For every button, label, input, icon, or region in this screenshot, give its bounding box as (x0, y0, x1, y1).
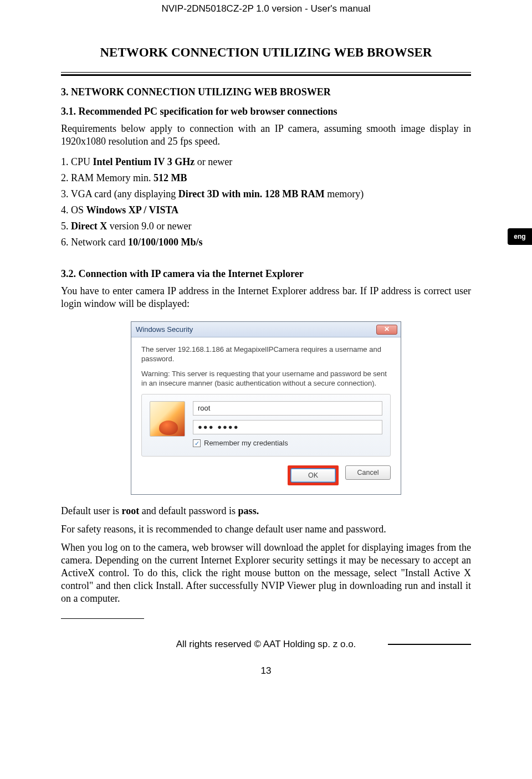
dialog-screenshot: Windows Security ✕ The server 192.168.1.… (131, 321, 401, 494)
spec-item: 2. RAM Memory min. 512 MB (61, 172, 471, 184)
spec-item: 4. OS Windows XP / VISTA (61, 204, 471, 217)
ok-highlight: OK (288, 465, 339, 485)
main-content: 3. NETWORK CONNECTION UTILIZING WEB BROS… (61, 86, 471, 605)
page-title: NETWORK CONNECTION UTILIZING WEB BROWSER (0, 45, 532, 60)
spec-text: 3. VGA card (any displaying (61, 188, 178, 199)
spec-bold: 10/100/1000 Mb/s (128, 237, 203, 248)
dialog-body: The server 192.168.1.186 at MegapixelIPC… (131, 337, 401, 494)
footer: All rights reserved © AAT Holding sp. z … (61, 639, 471, 650)
spec-item: 1. CPU Intel Pentium IV 3 GHz or newer (61, 156, 471, 168)
credentials-fields: root ●●● ●●●● ✓ Remember my credentials (193, 401, 382, 448)
default-cred-paragraph: Default user is root and default passwor… (61, 505, 471, 517)
cancel-button[interactable]: Cancel (345, 465, 391, 480)
title-divider (61, 72, 471, 76)
language-tab[interactable]: eng (508, 228, 532, 245)
spec-bold: Direct X (71, 221, 107, 232)
spec-text: or newer (195, 156, 232, 167)
username-input[interactable]: root (193, 401, 382, 416)
spec-text: memory) (325, 188, 364, 199)
bold-user: root (121, 505, 139, 516)
avatar-icon (150, 401, 185, 437)
spec-text: 2. RAM Memory min. (61, 172, 154, 183)
text: Default user is (61, 505, 121, 516)
text: and default password is (139, 505, 238, 516)
spec-bold: 512 MB (154, 172, 187, 183)
sec3-heading: 3. NETWORK CONNECTION UTILIZING WEB BROS… (61, 86, 471, 99)
page-number: 13 (0, 665, 532, 676)
spec-text: 4. OS (61, 204, 86, 216)
bold-pass: pass. (238, 505, 259, 516)
spec-bold: Windows XP / VISTA (86, 204, 179, 216)
sec32-heading: 3.2. Connection with IP camera via the I… (61, 268, 471, 280)
windows-security-dialog: Windows Security ✕ The server 192.168.1.… (131, 321, 401, 494)
sec32-paragraph: You have to enter camera IP address in t… (61, 285, 471, 310)
dialog-message-1: The server 192.168.1.186 at MegapixelIPC… (141, 345, 391, 364)
spec-item: 3. VGA card (any displaying Direct 3D wi… (61, 188, 471, 201)
footer-rule-right (388, 644, 471, 645)
credentials-panel: root ●●● ●●●● ✓ Remember my credentials (141, 394, 391, 457)
spec-list: 1. CPU Intel Pentium IV 3 GHz or newer 2… (61, 156, 471, 249)
close-icon: ✕ (384, 325, 390, 334)
sec31-heading: 3.1. Recommended PC specification for we… (61, 105, 471, 118)
ok-button[interactable]: OK (290, 468, 336, 483)
dialog-title: Windows Security (136, 325, 193, 335)
checkbox-icon[interactable]: ✓ (193, 439, 201, 447)
remember-label: Remember my credentials (204, 439, 288, 448)
activex-paragraph: When you log on to the camera, web brows… (61, 541, 471, 605)
spec-text: 1. CPU (61, 156, 93, 167)
close-button[interactable]: ✕ (376, 325, 397, 335)
remember-checkbox-row[interactable]: ✓ Remember my credentials (193, 439, 382, 448)
spec-text: version 9.0 or newer (107, 221, 191, 232)
spec-text: 6. Network card (61, 237, 128, 248)
password-input[interactable]: ●●● ●●●● (193, 420, 382, 434)
safety-paragraph: For safety reasons, it is recommended to… (61, 523, 471, 536)
spec-bold: Direct 3D with min. 128 MB RAM (178, 188, 325, 199)
dialog-titlebar: Windows Security ✕ (131, 322, 401, 337)
dialog-message-2: Warning: This server is requesting that … (141, 370, 391, 388)
footer-text: All rights reserved © AAT Holding sp. z … (151, 639, 381, 650)
password-dots: ●●● ●●●● (198, 423, 239, 432)
dialog-buttons: OK Cancel (141, 465, 391, 485)
spec-item: 6. Network card 10/100/1000 Mb/s (61, 236, 471, 249)
sec31-intro: Requirements below apply to connection w… (61, 122, 471, 148)
footer-short-rule (61, 618, 144, 619)
spec-item: 5. Direct X version 9.0 or newer (61, 220, 471, 233)
spec-text: 5. (61, 221, 71, 232)
spec-bold: Intel Pentium IV 3 GHz (93, 156, 195, 167)
header-label: NVIP-2DN5018CZ-2P 1.0 version - User's m… (0, 0, 532, 17)
